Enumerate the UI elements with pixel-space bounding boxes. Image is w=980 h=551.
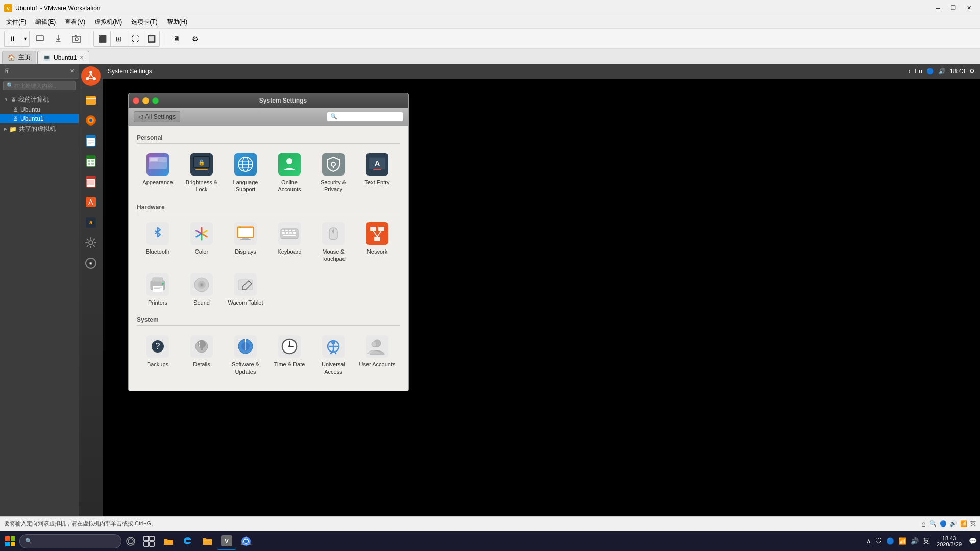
setting-mouse[interactable]: Mouse & Touchpad (312, 217, 354, 267)
setting-sound[interactable]: Sound (181, 268, 223, 310)
network-label: Network (367, 248, 387, 255)
pause-button[interactable]: ⏸ (5, 31, 21, 46)
launcher-media[interactable] (81, 254, 101, 273)
start-button[interactable] (2, 533, 18, 549)
setting-color[interactable]: Color (181, 217, 223, 267)
console-button[interactable]: 🖥 (168, 31, 185, 46)
minimize-button[interactable]: ─ (931, 1, 945, 15)
tray-volume[interactable]: 🔊 (910, 536, 920, 546)
unity-view-button[interactable]: ⊞ (110, 31, 127, 46)
setting-brightness[interactable]: 🔒 Brightness & Lock (181, 148, 223, 197)
cortana-button[interactable] (122, 533, 139, 549)
setting-printers[interactable]: Printers (137, 268, 179, 310)
setting-keyboard[interactable]: Keyboard (268, 217, 310, 267)
launcher-software[interactable]: A (81, 192, 101, 212)
language-label: Language Support (227, 179, 264, 193)
tray-chevron[interactable]: ∧ (865, 536, 872, 546)
menu-vm[interactable]: 虚拟机(M) (90, 17, 126, 28)
setting-displays[interactable]: Displays (225, 217, 266, 267)
tray-lang[interactable]: 英 (922, 536, 930, 547)
dialog-minimize-button[interactable] (142, 97, 149, 104)
menu-file[interactable]: 文件(F) (2, 17, 30, 28)
pause-dropdown[interactable]: ▼ (21, 31, 29, 46)
launcher-writer[interactable] (81, 131, 101, 151)
bluetooth-indicator[interactable]: 🔵 (926, 68, 934, 75)
setting-text[interactable]: A Text Entry (356, 148, 398, 197)
launcher-amazon[interactable]: a (81, 213, 101, 232)
menu-tabs[interactable]: 选项卡(T) (127, 17, 161, 28)
setting-online[interactable]: Online Accounts (268, 148, 310, 197)
tab-close-button[interactable]: ✕ (80, 55, 84, 60)
hardware-settings-grid: Bluetooth (137, 217, 400, 311)
setting-bluetooth[interactable]: Bluetooth (137, 217, 179, 267)
tray-bluetooth-win[interactable]: 🔵 (885, 536, 895, 546)
timedate-label: Time & Date (274, 361, 305, 368)
tab-home[interactable]: 🏠 主页 (2, 51, 36, 64)
setting-software[interactable]: Software & Updates (225, 330, 266, 380)
taskbar-app-edge[interactable] (179, 532, 197, 550)
close-button[interactable]: ✕ (962, 1, 976, 15)
taskbar-app-files[interactable] (198, 532, 216, 550)
restore-button[interactable]: ❐ (946, 1, 961, 15)
setting-language[interactable]: Language Support (225, 148, 266, 197)
menu-view[interactable]: 查看(V) (61, 17, 89, 28)
tab-ubuntu1[interactable]: 💻 Ubuntu1 ✕ (37, 51, 89, 64)
system-menu-icon[interactable]: ⚙ (969, 68, 975, 75)
launcher-impress[interactable] (81, 172, 101, 191)
tree-item-my-computers[interactable]: ▼ 🖥 我的计算机 (0, 94, 79, 105)
tree-item-ubuntu[interactable]: 🖥 Ubuntu (0, 105, 79, 114)
taskbar-search[interactable]: 🔍 (19, 534, 121, 548)
taskbar-app-vmware[interactable]: V (217, 532, 236, 550)
topbar-clock[interactable]: 18:43 (950, 68, 965, 75)
send-ctrl-alt-del[interactable] (32, 31, 48, 46)
search-input[interactable] (337, 113, 400, 120)
dialog-close-button[interactable] (133, 97, 139, 104)
svg-point-144 (128, 539, 133, 544)
launcher-calc[interactable] (81, 152, 101, 171)
svg-rect-101 (153, 278, 163, 282)
settings-button[interactable]: ⚙ (187, 31, 203, 46)
setting-backups[interactable]: ? Backups (137, 330, 179, 380)
setting-network[interactable]: Network (356, 217, 398, 267)
launcher-ubuntu-button[interactable] (81, 66, 101, 86)
menu-edit[interactable]: 编辑(E) (31, 17, 60, 28)
personal-settings-grid: Appearance 🔒 (137, 148, 400, 197)
setting-details[interactable]: Details (181, 330, 223, 380)
launcher-firefox[interactable] (81, 111, 101, 130)
full-view-button[interactable]: ⛶ (127, 31, 143, 46)
setting-users[interactable]: User Accounts (356, 330, 398, 380)
usb-button[interactable] (50, 31, 66, 46)
normal-view-button[interactable]: ⬛ (94, 31, 110, 46)
volume-indicator[interactable]: 🔊 (938, 68, 946, 75)
vmware-statusbar: 要将输入定向到该虚拟机，请在虚拟机内部单击或按 Ctrl+G。 🖨 🔍 🔵 🔊 … (0, 516, 980, 531)
svg-rect-148 (150, 542, 154, 546)
taskbar-clock[interactable]: 18:43 2020/3/29 (933, 535, 966, 547)
setting-appearance[interactable]: Appearance (137, 148, 179, 197)
tray-shield[interactable]: 🛡 (874, 536, 883, 546)
dialog-maximize-button[interactable] (152, 97, 159, 104)
tray-wifi[interactable]: 📶 (897, 536, 908, 546)
setting-timedate[interactable]: Time & Date (268, 330, 310, 380)
sidebar-search-input[interactable] (14, 83, 72, 89)
resize-view-button[interactable]: 🔲 (143, 31, 159, 46)
setting-wacom[interactable]: Wacom Tablet (225, 268, 266, 310)
tree-item-ubuntu1[interactable]: 🖥 Ubuntu1 (0, 114, 79, 123)
taskbar-app-explorer[interactable] (159, 532, 178, 550)
keyboard-indicator[interactable]: En (915, 68, 922, 75)
taskbar-app-taskview[interactable] (140, 532, 158, 550)
svg-text:a: a (89, 219, 93, 226)
svg-point-128 (288, 345, 290, 347)
snapshot-button[interactable] (68, 31, 85, 46)
setting-universal[interactable]: Universal Access (312, 330, 354, 380)
setting-security[interactable]: Security & Privacy (312, 148, 354, 197)
taskbar-app-chrome[interactable] (237, 532, 255, 550)
tree-item-shared[interactable]: ▶ 📁 共享的虚拟机 (0, 123, 79, 134)
menu-help[interactable]: 帮助(H) (163, 17, 192, 28)
tray-notification[interactable]: 💬 (968, 536, 978, 546)
launcher-files[interactable] (81, 90, 101, 110)
sidebar-close-icon[interactable]: ✕ (70, 68, 75, 74)
all-settings-button[interactable]: ◁ All Settings (134, 111, 180, 122)
network-indicator[interactable]: ↕ (908, 68, 911, 75)
launcher-system-settings[interactable] (81, 233, 101, 253)
desktop-background[interactable]: System Settings ◁ All Settings 🔍 (103, 79, 980, 516)
